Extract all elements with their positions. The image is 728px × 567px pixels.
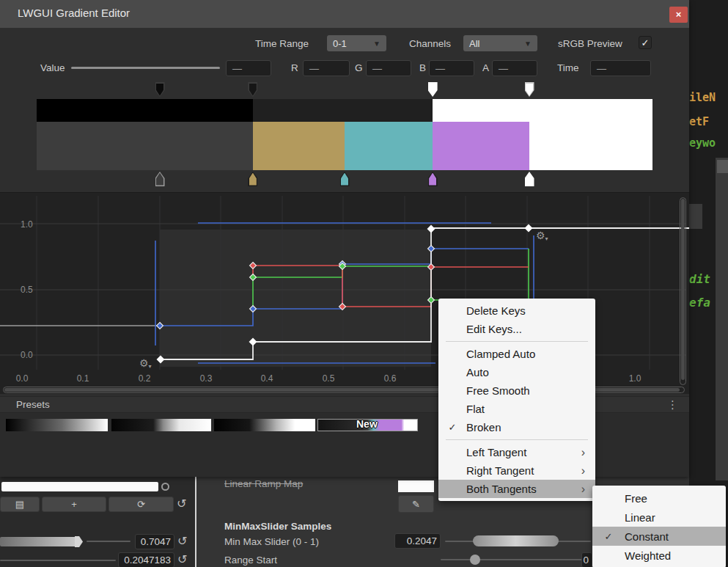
color-key-marker[interactable] <box>248 172 257 186</box>
picker-circle-icon[interactable] <box>161 483 169 491</box>
srgb-preview-label: sRGB Preview <box>558 38 622 49</box>
minmax-range-handle[interactable] <box>473 535 559 546</box>
a-input[interactable]: — <box>492 60 537 76</box>
alpha-key-markers <box>37 82 652 98</box>
range-start-label: Range Start <box>224 555 277 566</box>
vertical-scrollbar-thumb[interactable] <box>681 199 685 380</box>
g-input[interactable]: — <box>366 60 411 76</box>
edit-ramp-button[interactable]: ✎ <box>398 495 434 513</box>
b-input[interactable]: — <box>429 60 474 76</box>
menu-item-flat[interactable]: Flat <box>438 400 595 418</box>
gear-caret-icon: ▾ <box>545 235 548 242</box>
gradient-segment <box>37 122 253 170</box>
chevron-down-icon: ▼ <box>373 40 380 48</box>
editor-scrollbar-thumb[interactable] <box>717 160 728 173</box>
context-menu: Delete Keys Edit Keys... Clamped Auto Au… <box>438 299 595 501</box>
plus-icon: + <box>71 499 77 510</box>
submenu-item-linear[interactable]: Linear <box>592 508 726 527</box>
revert-icon[interactable]: ↺ <box>177 498 186 510</box>
menu-item-free-smooth[interactable]: Free Smooth <box>438 381 595 400</box>
partial-value-field[interactable]: 0 <box>581 552 592 567</box>
kebab-menu-icon[interactable]: ⋮ <box>667 398 678 411</box>
r-input[interactable]: — <box>303 60 350 76</box>
menu-separator <box>446 439 588 440</box>
preset-swatch[interactable] <box>6 419 108 431</box>
channels-label: Channels <box>409 38 451 49</box>
pencil-icon: ✎ <box>412 499 420 510</box>
preset-swatch[interactable] <box>111 419 211 431</box>
x-axis-tick: 0.4 <box>261 373 273 384</box>
code-token: etF <box>689 115 709 128</box>
submenu-item-constant[interactable]: ✓Constant <box>592 527 726 546</box>
titlebar[interactable]: LWGUI Gradient Editor × <box>0 0 689 28</box>
menu-item-clamped-auto[interactable]: Clamped Auto <box>438 345 595 363</box>
code-token: dit <box>689 272 710 286</box>
save-icon: ▤ <box>15 499 24 510</box>
ramp-slider-track[interactable] <box>0 537 78 546</box>
value-input[interactable]: — <box>226 60 271 76</box>
editor-scrollbar-track[interactable] <box>716 158 728 480</box>
save-button[interactable]: ▤ <box>0 497 40 512</box>
refresh-button[interactable]: ⟳ <box>109 497 174 512</box>
color-key-marker[interactable] <box>155 172 165 186</box>
time-range-label: Time Range <box>255 38 309 49</box>
alpha-key-marker[interactable] <box>248 82 257 97</box>
slider-track[interactable] <box>87 541 130 542</box>
x-axis-tick: 0.3 <box>200 373 213 384</box>
refresh-icon: ⟳ <box>137 499 145 510</box>
menu-item-auto[interactable]: Auto <box>438 363 595 381</box>
color-key-marker[interactable] <box>525 172 534 186</box>
submenu-item-weighted[interactable]: Weighted <box>592 546 726 565</box>
revert-icon[interactable]: ↺ <box>177 554 187 566</box>
gradient-segment <box>37 99 253 122</box>
color-preview-strip <box>37 122 652 170</box>
time-label: Time <box>557 62 579 73</box>
gradient-bar[interactable] <box>37 99 652 170</box>
time-range-dropdown[interactable]: 0-1 ▼ <box>327 35 386 51</box>
submenu-item-free[interactable]: Free <box>592 489 726 508</box>
new-preset-badge: New <box>356 418 378 430</box>
alpha-key-marker[interactable] <box>428 82 438 97</box>
preset-swatch[interactable] <box>214 419 315 431</box>
menu-item-both-tangents[interactable]: Both Tangents› <box>438 480 595 498</box>
menu-item-broken[interactable]: ✓Broken <box>438 418 595 436</box>
screen: ileN etF eywo dit efa ▤ + ⟳ ↺ 0.7047 ↺ 0… <box>0 0 728 567</box>
x-axis-tick: 0.1 <box>77 373 89 384</box>
x-axis-tick: 0.5 <box>323 373 335 384</box>
menu-item-edit-keys[interactable]: Edit Keys... <box>438 320 595 338</box>
minmax-value-field[interactable]: 0.2047 <box>394 533 441 549</box>
value-field[interactable]: 0.7047 <box>135 534 174 549</box>
ramp-preview-bar[interactable] <box>1 482 158 491</box>
alpha-key-marker[interactable] <box>525 82 534 97</box>
range-start-handle[interactable] <box>470 555 480 565</box>
alpha-key-marker[interactable] <box>155 82 165 97</box>
range-start-track[interactable] <box>441 559 584 560</box>
inspector-divider[interactable] <box>195 477 196 567</box>
menu-item-right-tangent[interactable]: Right Tangent› <box>438 461 595 480</box>
menu-item-delete-keys[interactable]: Delete Keys <box>438 301 595 320</box>
revert-icon[interactable]: ↺ <box>177 535 187 547</box>
time-range-value: 0-1 <box>333 38 347 49</box>
color-key-marker[interactable] <box>340 172 350 186</box>
gradient-segment <box>253 99 433 122</box>
srgb-preview-checkbox[interactable]: ✓ <box>639 36 652 49</box>
preset-swatch-selected[interactable]: New <box>317 419 418 431</box>
ramp-map-label: Linear Ramp Map <box>224 478 303 489</box>
color-key-marker[interactable] <box>428 172 438 186</box>
gear-icon[interactable]: ⚙▾ <box>536 230 548 242</box>
gear-icon[interactable]: ⚙▾ <box>139 357 152 370</box>
chevron-right-icon: › <box>581 446 585 459</box>
g-label: G <box>355 62 363 73</box>
add-button[interactable]: + <box>42 497 106 512</box>
value-field[interactable]: 0.2047183 <box>118 552 174 567</box>
channels-dropdown[interactable]: All ▼ <box>463 35 537 51</box>
value-label: Value <box>40 62 65 73</box>
close-button[interactable]: × <box>669 7 688 23</box>
menu-item-left-tangent[interactable]: Left Tangent› <box>438 443 595 461</box>
time-input[interactable]: — <box>590 60 651 76</box>
slider-track[interactable] <box>0 560 116 561</box>
value-slider[interactable] <box>71 67 220 69</box>
code-token: ileN <box>689 91 716 104</box>
vertical-scrollbar[interactable] <box>680 197 686 385</box>
gradient-segment <box>529 122 652 170</box>
